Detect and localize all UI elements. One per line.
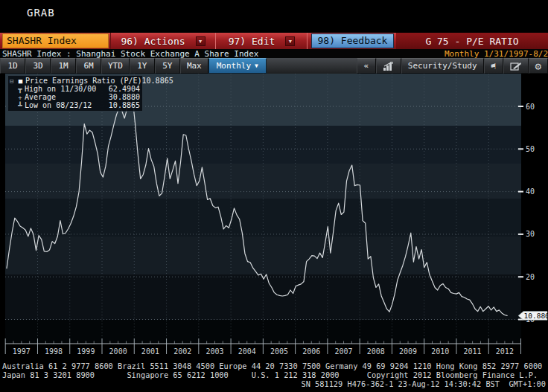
pe-ratio-chart[interactable]: 1020304050601997199819992000200120022003… <box>0 74 548 361</box>
svg-text:40: 40 <box>526 187 535 196</box>
legend-row-high: ┳ High on 11/30/00 62.4904 <box>10 85 140 93</box>
bloomberg-terminal-window: GRAB SHASHR Index 96) Actions ▼ 97) Edit… <box>0 0 548 392</box>
grab-label: GRAB <box>27 7 55 19</box>
average-value: 30.8880 <box>109 93 140 101</box>
edit-menu[interactable]: 97) Edit ▼ <box>217 33 308 49</box>
series-swatch-icon: ■ <box>16 77 25 85</box>
range-button-3d[interactable]: 3D <box>25 58 51 74</box>
svg-text:2005: 2005 <box>270 347 288 356</box>
range-button-ytd[interactable]: YTD <box>101 58 130 74</box>
series-last-value: 10.8865 <box>142 77 173 85</box>
period-label: Monthly <box>445 49 479 59</box>
svg-text:60: 60 <box>526 103 535 111</box>
legend-row-average: + Average 30.8880 <box>10 93 140 101</box>
range-button-max[interactable]: Max <box>180 58 208 74</box>
chevron-down-icon: ▼ <box>255 62 258 69</box>
range-button-6m[interactable]: 6M <box>76 58 101 74</box>
menu-bar: SHASHR Index 96) Actions ▼ 97) Edit ▼ 98… <box>0 33 548 49</box>
svg-text:2012: 2012 <box>496 347 514 356</box>
footer-phone-line1: Australia 61 2 9777 8600 Brazil 5511 304… <box>0 362 548 370</box>
chart-toolbar: 1D 3D 1M 6M YTD 1Y 5Y Max Monthly ▼ « Se… <box>0 58 548 74</box>
chevron-down-icon[interactable]: ▼ <box>196 36 206 46</box>
title-row: GRAB <box>0 0 548 33</box>
chevron-down-icon[interactable]: ▼ <box>285 36 295 46</box>
svg-text:2000: 2000 <box>109 347 127 356</box>
chart-area: 1020304050601997199819992000200120022003… <box>0 74 548 361</box>
edit-menu-label: 97) Edit <box>229 36 275 47</box>
svg-text:1998: 1998 <box>45 347 63 356</box>
last-price-badge: 10.8865 <box>524 312 548 320</box>
low-label: Low on 08/23/12 <box>25 101 92 109</box>
svg-text:2001: 2001 <box>141 347 159 356</box>
notes-button[interactable] <box>503 58 529 74</box>
svg-text:1997: 1997 <box>13 347 31 356</box>
flag-icon: ⚑ <box>491 62 496 71</box>
svg-text:2004: 2004 <box>238 347 256 356</box>
index-description: SHASHR Index : Shanghai Stock Exchange A… <box>2 49 258 59</box>
legend-collapse-icon[interactable]: ⊟ <box>10 77 16 85</box>
footer-phone-line2: Japan 81 3 3201 8900 Singapore 65 6212 1… <box>0 370 548 379</box>
interval-dropdown[interactable]: Monthly ▼ <box>208 58 267 74</box>
legend-row-series: ⊟ ■ Price Earnings Ratio (P/E) 10.8865 <box>10 77 140 85</box>
svg-text:20: 20 <box>526 273 535 281</box>
average-label: Average <box>25 93 56 101</box>
series-label: Price Earnings Ratio (P/E) <box>25 77 142 85</box>
chart-legend: ⊟ ■ Price Earnings Ratio (P/E) 10.8865 ┳… <box>7 75 143 112</box>
low-marker-icon: ┻ <box>16 102 24 109</box>
flag-annotation-button[interactable]: ⚑ <box>484 58 503 74</box>
range-button-1d[interactable]: 1D <box>0 58 25 74</box>
high-value: 62.4904 <box>109 85 140 93</box>
security-study-label: Security/Study <box>408 61 477 71</box>
collapse-panel-button[interactable]: « <box>357 58 376 74</box>
security-study-button[interactable]: Security/Study <box>401 58 484 74</box>
legend-row-low: ┻ Low on 08/23/12 10.8865 <box>10 101 140 109</box>
svg-text:2003: 2003 <box>206 347 223 356</box>
footer-session-info: SN 581129 H476-362-1 23-Aug-12 14:30:42 … <box>0 379 548 388</box>
low-value: 10.8865 <box>109 101 140 109</box>
svg-text:2010: 2010 <box>431 347 449 356</box>
svg-text:2007: 2007 <box>334 347 352 356</box>
ticker-input[interactable]: SHASHR Index <box>2 33 109 48</box>
actions-menu[interactable]: 96) Actions ▼ <box>110 33 216 49</box>
svg-text:2002: 2002 <box>173 347 191 356</box>
footer: Australia 61 2 9777 8600 Brazil 5511 304… <box>0 362 548 392</box>
actions-menu-label: 96) Actions <box>121 36 185 47</box>
svg-text:50: 50 <box>526 145 535 153</box>
settings-button[interactable]: ⚙ <box>529 58 548 74</box>
date-range-label: 1/31/1997-8/23/2012 <box>484 49 548 59</box>
svg-text:1999: 1999 <box>77 347 95 356</box>
toolbar-spacer <box>267 58 357 74</box>
feedback-button[interactable]: 98) Feedback <box>311 33 394 48</box>
svg-text:2011: 2011 <box>464 347 482 356</box>
range-button-1m[interactable]: 1M <box>51 58 76 74</box>
average-marker-icon: + <box>16 94 24 101</box>
subtitle-row: SHASHR Index : Shanghai Stock Exchange A… <box>0 49 548 58</box>
range-button-5y[interactable]: 5Y <box>155 58 180 74</box>
high-label: High on 11/30/00 <box>25 85 96 93</box>
range-button-1y[interactable]: 1Y <box>130 58 155 74</box>
svg-text:2006: 2006 <box>302 347 320 356</box>
page-title: G 75 - P/E RATIO <box>396 33 548 49</box>
svg-text:2009: 2009 <box>399 347 417 356</box>
interval-dropdown-label: Monthly <box>217 61 251 71</box>
note-pencil-icon <box>510 62 522 71</box>
high-marker-icon: ┳ <box>16 86 24 93</box>
chart-type-button[interactable] <box>376 58 401 74</box>
svg-text:2008: 2008 <box>367 347 385 356</box>
chart-icon <box>383 62 395 71</box>
svg-text:30: 30 <box>526 230 535 238</box>
gear-icon: ⚙ <box>535 61 541 71</box>
